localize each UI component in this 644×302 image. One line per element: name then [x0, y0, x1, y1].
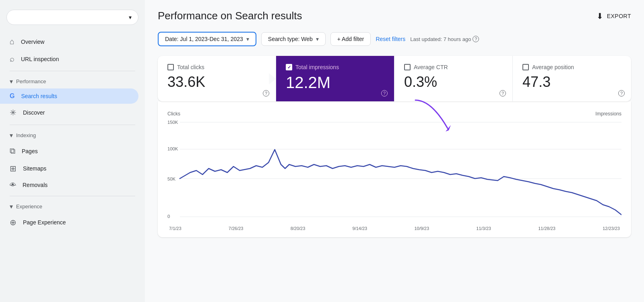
- search-type-filter-label: Search type: Web: [268, 36, 313, 42]
- sidebar-item-label: Overview: [21, 39, 44, 45]
- collapse-arrow-icon: ▾: [10, 203, 13, 210]
- export-button[interactable]: ⬇ EXPORT: [597, 11, 631, 21]
- sidebar-item-overview[interactable]: ⌂ Overview: [0, 33, 138, 50]
- page-header: Performance on Search results ⬇ EXPORT: [158, 10, 631, 22]
- metric-value-average-position: 47.3: [522, 74, 621, 90]
- search-type-filter-chip[interactable]: Search type: Web ▾: [261, 32, 326, 46]
- divider: [10, 71, 135, 71]
- chevron-down-icon: ▾: [316, 36, 319, 42]
- help-icon[interactable]: ?: [381, 90, 388, 97]
- last-updated-text: Last updated: 7 hours ago ?: [410, 36, 479, 42]
- metric-card-total-impressions[interactable]: Total impressions 12.2M ?: [276, 56, 394, 101]
- sidebar-item-search-results[interactable]: G Search results: [0, 88, 138, 104]
- search-icon: ⌕: [10, 54, 14, 64]
- date-filter-label: Date: Jul 1, 2023-Dec 31, 2023: [165, 36, 243, 42]
- sidebar-item-sitemaps[interactable]: ⊞ Sitemaps: [0, 160, 138, 177]
- metric-checkbox-total-clicks[interactable]: [167, 64, 174, 70]
- sidebar-item-removals[interactable]: 👁 Removals: [0, 177, 138, 193]
- sidebar-item-label: Sitemaps: [23, 165, 46, 172]
- metric-value-total-clicks: 33.6K: [167, 74, 266, 90]
- x-label-2: 8/20/23: [291, 226, 305, 231]
- google-icon: G: [10, 92, 14, 100]
- svg-text:100K: 100K: [167, 146, 178, 151]
- sidebar-item-label: Removals: [23, 182, 47, 188]
- svg-text:150K: 150K: [167, 120, 178, 125]
- sidebar-item-label: URL inspection: [21, 56, 59, 62]
- x-label-7: 12/23/23: [603, 226, 620, 231]
- x-label-4: 10/9/23: [414, 226, 429, 231]
- page-experience-icon: ⊕: [10, 218, 17, 227]
- collapse-arrow-icon: ▾: [10, 78, 13, 85]
- metric-value-average-ctr: 0.3%: [404, 74, 503, 90]
- svg-text:0: 0: [167, 214, 170, 219]
- help-icon[interactable]: ?: [618, 90, 625, 97]
- add-filter-label: + Add filter: [337, 36, 364, 42]
- chart-right-label: Impressions: [595, 111, 621, 117]
- chart-left-label: Clicks: [167, 111, 180, 117]
- metric-label-average-ctr: Average CTR: [414, 64, 448, 70]
- removals-icon: 👁: [10, 181, 16, 189]
- chevron-down-icon: ▾: [129, 14, 132, 21]
- x-label-5: 11/3/23: [476, 226, 491, 231]
- sidebar-item-pages[interactable]: ⧉ Pages: [0, 142, 138, 160]
- section-label: Experience: [16, 203, 42, 210]
- chart-x-labels: 7/1/23 7/26/23 8/20/23 9/14/23 10/9/23 1…: [167, 226, 621, 231]
- main-content: Performance on Search results ⬇ EXPORT D…: [145, 0, 644, 302]
- metric-checkbox-total-impressions[interactable]: [286, 64, 292, 70]
- pages-icon: ⧉: [10, 146, 15, 156]
- help-icon[interactable]: ?: [473, 36, 479, 42]
- metric-checkbox-average-ctr[interactable]: [404, 64, 411, 70]
- section-label: Indexing: [16, 132, 36, 138]
- experience-section-header[interactable]: ▾ Experience: [0, 199, 145, 214]
- metrics-row: Total clicks 33.6K ? Total impressions 1…: [158, 56, 631, 101]
- page-title: Performance on Search results: [158, 10, 302, 22]
- sidebar-item-url-inspection[interactable]: ⌕ URL inspection: [0, 50, 138, 68]
- sidebar-item-discover[interactable]: ✳ Discover: [0, 104, 138, 121]
- metric-value-total-impressions: 12.2M: [286, 74, 384, 92]
- sidebar-item-page-experience[interactable]: ⊕ Page Experience: [0, 214, 138, 231]
- metric-label-total-impressions: Total impressions: [295, 64, 339, 70]
- sitemaps-icon: ⊞: [10, 164, 17, 173]
- chart-area: 150K 100K 50K 0: [167, 118, 621, 223]
- chevron-down-icon: ▾: [246, 36, 249, 42]
- metric-label-total-clicks: Total clicks: [177, 64, 204, 70]
- active-metric-arrow: [269, 73, 276, 84]
- sidebar-item-label: Page Experience: [23, 219, 66, 226]
- x-label-0: 7/1/23: [169, 226, 182, 231]
- discover-icon: ✳: [10, 108, 17, 117]
- metric-card-average-position[interactable]: Average position 47.3 ?: [513, 56, 631, 101]
- sidebar-item-label: Search results: [21, 93, 57, 99]
- help-icon[interactable]: ?: [263, 90, 269, 97]
- add-filter-button[interactable]: + Add filter: [330, 32, 371, 46]
- svg-text:50K: 50K: [167, 177, 176, 181]
- export-icon: ⬇: [597, 11, 604, 21]
- x-label-6: 11/28/23: [538, 226, 555, 231]
- date-filter-chip[interactable]: Date: Jul 1, 2023-Dec 31, 2023 ▾: [158, 32, 256, 46]
- property-selector[interactable]: ▾: [6, 10, 138, 25]
- divider: [10, 125, 135, 125]
- help-icon[interactable]: ?: [500, 90, 506, 97]
- home-icon: ⌂: [10, 37, 14, 46]
- sidebar-item-label: Pages: [22, 148, 38, 154]
- metric-card-average-ctr[interactable]: Average CTR 0.3% ?: [394, 56, 513, 101]
- section-label: Performance: [16, 78, 46, 84]
- sidebar: ▾ ⌂ Overview ⌕ URL inspection ▾ Performa…: [0, 0, 145, 302]
- sidebar-item-label: Discover: [23, 109, 45, 116]
- x-label-3: 9/14/23: [353, 226, 367, 231]
- filters-row: Date: Jul 1, 2023-Dec 31, 2023 ▾ Search …: [158, 32, 631, 46]
- reset-filters-button[interactable]: Reset filters: [376, 36, 405, 42]
- divider: [10, 196, 135, 196]
- collapse-arrow-icon: ▾: [10, 131, 13, 139]
- indexing-section-header[interactable]: ▾ Indexing: [0, 128, 145, 142]
- metric-checkbox-average-position[interactable]: [522, 64, 529, 70]
- chart-svg: 150K 100K 50K 0: [167, 118, 621, 223]
- metrics-chart-container: Total clicks 33.6K ? Total impressions 1…: [158, 56, 631, 237]
- metric-label-average-position: Average position: [532, 64, 574, 70]
- performance-section-header[interactable]: ▾ Performance: [0, 74, 145, 88]
- chart-container: Clicks Impressions 150K 100K 50K 0: [158, 101, 631, 237]
- metric-card-total-clicks[interactable]: Total clicks 33.6K ?: [158, 56, 276, 101]
- export-label: EXPORT: [607, 13, 631, 19]
- x-label-1: 7/26/23: [229, 226, 244, 231]
